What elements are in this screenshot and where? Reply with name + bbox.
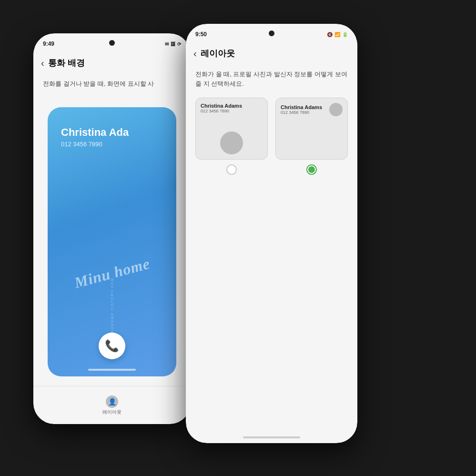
scene: 9:49 ✉ 🖼 ⟳ ‹ 통화 배경 전화를 걸거나 받을 때, 화면에 표시할… bbox=[0, 0, 476, 476]
header-title-1: 통화 배경 bbox=[48, 57, 85, 69]
phone-icon: 📞 bbox=[105, 339, 119, 353]
wifi-icon: 📶 bbox=[334, 32, 340, 37]
option-1-top: Christina Adams 012 3456 7890 bbox=[201, 103, 263, 113]
option-2-name: Christina Adams bbox=[281, 104, 322, 110]
description-1: 전화를 걸거나 받을 때, 화면에 표시할 사 bbox=[43, 79, 181, 89]
option-1[interactable]: Christina Adams 012 3456 7890 bbox=[195, 98, 268, 175]
card-indicator bbox=[88, 369, 136, 371]
option-1-avatar bbox=[220, 132, 243, 154]
camera-2 bbox=[269, 30, 274, 36]
time-1: 9:49 bbox=[43, 41, 54, 47]
back-button-1[interactable]: ‹ bbox=[41, 58, 44, 69]
header-title-2: 레이아웃 bbox=[201, 48, 235, 59]
img-icon-1: 🖼 bbox=[171, 41, 175, 47]
option-2-text: Christina Adams 012 3456 7890 bbox=[281, 104, 322, 115]
contact-number-1: 012 3456 7890 bbox=[61, 141, 102, 148]
sync-icon-1: ⟳ bbox=[177, 41, 181, 47]
option-card-2: Christina Adams 012 3456 7890 bbox=[275, 98, 348, 160]
description-2: 전화가 올 때, 프로필 사진과 발신자 정보를 어떻게 보여줄 지 선택하세요… bbox=[195, 70, 348, 88]
msg-icon-1: ✉ bbox=[165, 41, 169, 47]
battery-icon: 🔋 bbox=[342, 32, 348, 37]
option-2-row: Christina Adams 012 3456 7890 bbox=[281, 103, 343, 116]
option-2-avatar bbox=[329, 103, 343, 116]
phone-1: 9:49 ✉ 🖼 ⟳ ‹ 통화 배경 전화를 걸거나 받을 때, 화면에 표시할… bbox=[33, 33, 191, 424]
watermark-url: MINUHOME.TISTORY.COM bbox=[111, 277, 114, 338]
radio-2[interactable] bbox=[306, 164, 317, 175]
back-button-2[interactable]: ‹ bbox=[193, 48, 197, 59]
radio-1[interactable] bbox=[226, 164, 237, 175]
header-1: ‹ 통화 배경 bbox=[33, 51, 191, 75]
phone-1-screen: 9:49 ✉ 🖼 ⟳ ‹ 통화 배경 전화를 걸거나 받을 때, 화면에 표시할… bbox=[33, 33, 191, 424]
header-2: ‹ 레이아웃 bbox=[186, 41, 357, 66]
option-card-1: Christina Adams 012 3456 7890 bbox=[195, 98, 268, 160]
nav-icon-1[interactable]: 👤 bbox=[106, 395, 118, 408]
call-button[interactable]: 📞 bbox=[99, 333, 125, 359]
user-icon: 👤 bbox=[108, 398, 116, 405]
option-2[interactable]: Christina Adams 012 3456 7890 bbox=[275, 98, 348, 175]
call-card: Christina Ada 012 3456 7890 Minu home MI… bbox=[48, 107, 176, 376]
nav-label-1: 레이아웃 bbox=[102, 409, 122, 415]
option-1-num: 012 3456 7890 bbox=[201, 109, 263, 113]
status-icons-1: ✉ 🖼 ⟳ bbox=[165, 41, 181, 47]
camera-1 bbox=[109, 40, 115, 46]
option-2-num: 012 3456 7890 bbox=[281, 110, 322, 115]
layout-options: Christina Adams 012 3456 7890 Christina … bbox=[195, 98, 348, 175]
radio-2-inner bbox=[308, 166, 315, 173]
mute-icon: 🔇 bbox=[327, 32, 333, 37]
time-2: 9:50 bbox=[195, 31, 207, 38]
status-icons-2: 🔇 📶 🔋 bbox=[327, 32, 348, 37]
bottom-indicator-2 bbox=[243, 436, 300, 438]
phone-2: 9:50 🔇 📶 🔋 ‹ 레이아웃 전화가 올 때, 프로필 사진과 발신자 정… bbox=[186, 24, 357, 443]
phone-2-screen: 9:50 🔇 📶 🔋 ‹ 레이아웃 전화가 올 때, 프로필 사진과 발신자 정… bbox=[186, 24, 357, 443]
contact-name-1: Christina Ada bbox=[61, 126, 163, 139]
option-1-name: Christina Adams bbox=[201, 103, 263, 109]
watermark: Minu home MINUHOME.TISTORY.COM bbox=[48, 264, 176, 338]
bottom-nav-1: 👤 레이아웃 bbox=[33, 386, 191, 424]
